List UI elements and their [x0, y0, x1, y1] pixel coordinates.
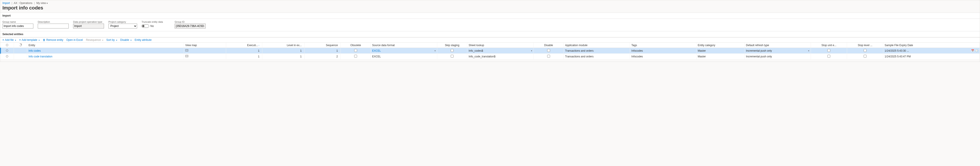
col-level[interactable]: Level in ex...: [262, 43, 304, 48]
cell-sequence[interactable]: 2: [304, 54, 341, 59]
section-entities-header[interactable]: Selected entities: [0, 31, 980, 37]
cell-refresh[interactable]: [14, 48, 27, 54]
plus-icon: +: [2, 38, 4, 42]
cell-disable[interactable]: [533, 48, 564, 54]
cell-select[interactable]: [1, 48, 14, 54]
cell-sequence[interactable]: 1: [304, 48, 341, 54]
cell-level[interactable]: 1: [262, 54, 304, 59]
sort-by-button[interactable]: Sort by: [107, 38, 117, 42]
col-refresh-type[interactable]: Default refresh type: [745, 43, 811, 48]
col-obsolete[interactable]: Obsolete: [340, 43, 371, 48]
checkbox[interactable]: [547, 49, 550, 52]
checkbox[interactable]: [354, 55, 357, 57]
cell-sheet-lookup[interactable]: Info_code_translation$: [467, 54, 533, 59]
add-template-button[interactable]: +Add template: [19, 38, 40, 42]
input-group-name[interactable]: [2, 24, 33, 29]
breadcrumb-ax-operations: AX : Operations: [14, 2, 32, 5]
checkbox[interactable]: [451, 55, 453, 57]
cell-stop-unit[interactable]: [811, 48, 847, 54]
col-view-map[interactable]: View map: [184, 43, 226, 48]
field-group-name: Group name: [2, 21, 33, 29]
checkbox[interactable]: [827, 49, 830, 52]
checkbox[interactable]: [864, 55, 867, 57]
field-group-id: Group ID: [175, 21, 205, 29]
label-group-name: Group name: [2, 21, 33, 23]
checkbox[interactable]: [827, 55, 830, 57]
cell-refresh[interactable]: [14, 54, 27, 59]
col-sample-expiry[interactable]: Sample File Expiry Date: [883, 43, 980, 48]
cell-select[interactable]: [1, 54, 14, 59]
toggle-truncate[interactable]: [142, 24, 149, 28]
chevron-down-icon: [14, 38, 16, 42]
breadcrumb-import-link[interactable]: Import: [2, 2, 10, 5]
col-refresh[interactable]: [14, 43, 27, 48]
entities-toolbar: +Add file +Add template 🗑Remove entity O…: [0, 37, 980, 43]
cell-source-format[interactable]: EXCEL: [371, 54, 437, 59]
section-import-header[interactable]: Import: [0, 13, 980, 19]
chevron-down-icon: [116, 38, 117, 42]
checkbox[interactable]: [864, 49, 867, 52]
cell-app-module: Transactions and orders: [564, 54, 630, 59]
trash-icon: 🗑: [43, 38, 46, 42]
col-app-module[interactable]: Application module: [564, 43, 630, 48]
breadcrumb-my-view[interactable]: My view: [37, 2, 48, 5]
cell-stop-level[interactable]: [847, 54, 883, 59]
col-source-format[interactable]: Source data format: [371, 43, 437, 48]
cell-level[interactable]: 1: [262, 48, 304, 54]
table-row[interactable]: Info codes111EXCELInfo_codes$Transaction…: [1, 48, 980, 54]
map-icon: [185, 54, 188, 57]
cell-entity[interactable]: Info code translation: [27, 54, 184, 59]
plus-icon: +: [19, 38, 21, 42]
checkbox[interactable]: [547, 55, 550, 57]
cell-sheet-lookup[interactable]: Info_codes$: [467, 48, 533, 54]
cell-obsolete[interactable]: [340, 48, 371, 54]
input-description[interactable]: [38, 24, 69, 29]
cell-disable[interactable]: [533, 54, 564, 59]
cell-execution[interactable]: 1: [226, 54, 262, 59]
row-clock-icon[interactable]: 🕒: [975, 49, 978, 52]
cell-stop-level[interactable]: [847, 48, 883, 54]
col-tags[interactable]: Tags: [630, 43, 696, 48]
add-file-button[interactable]: +Add file: [2, 38, 16, 42]
cell-skip-staging[interactable]: [437, 54, 467, 59]
input-group-id[interactable]: [175, 24, 205, 29]
col-select-all[interactable]: [1, 43, 14, 48]
col-sequence[interactable]: Sequence: [304, 43, 341, 48]
cell-sample-expiry[interactable]: 1/24/2025 5:43:30 ...📅🕒: [883, 48, 980, 54]
page: Import | AX : Operations | My view Impor…: [0, 0, 980, 62]
col-skip-staging[interactable]: Skip staging: [437, 43, 467, 48]
cell-execution[interactable]: 1: [226, 48, 262, 54]
cell-refresh-type[interactable]: Incremental push only: [745, 48, 811, 54]
open-in-excel-button[interactable]: Open in Excel: [66, 38, 83, 42]
sort-asc-icon: ↑: [258, 45, 259, 46]
select-project-category[interactable]: Project: [108, 24, 137, 29]
entity-attribute-button[interactable]: Entity attribute: [135, 38, 152, 42]
cell-view-map[interactable]: [184, 54, 226, 59]
cell-entity[interactable]: Info codes: [27, 48, 184, 54]
page-title: Import info codes: [0, 5, 980, 13]
svg-rect-0: [186, 49, 188, 51]
col-disable[interactable]: Disable: [533, 43, 564, 48]
col-stop-level[interactable]: Stop level ...: [847, 43, 883, 48]
cell-refresh-type[interactable]: Incremental push only: [745, 54, 811, 59]
cell-sample-expiry[interactable]: 1/24/2025 5:43:47 PM: [883, 54, 980, 59]
col-entity-category[interactable]: Entity category: [696, 43, 745, 48]
cell-view-map[interactable]: [184, 48, 226, 54]
field-project-category: Project category Project: [108, 21, 137, 29]
disable-button[interactable]: Disable: [120, 38, 132, 42]
input-operation-type[interactable]: [73, 24, 104, 29]
resequence-button[interactable]: Resequence: [86, 38, 103, 42]
col-execution[interactable]: Executi...↑: [226, 43, 262, 48]
checkbox[interactable]: [451, 49, 453, 52]
col-stop-unit[interactable]: Stop unit e...: [811, 43, 847, 48]
table-row[interactable]: Info code translation112EXCELInfo_code_t…: [1, 54, 980, 59]
row-calendar-icon[interactable]: 📅: [971, 49, 974, 52]
checkbox[interactable]: [354, 49, 357, 52]
col-sheet-lookup[interactable]: Sheet lookup: [467, 43, 533, 48]
cell-obsolete[interactable]: [340, 54, 371, 59]
cell-skip-staging[interactable]: [437, 48, 467, 54]
cell-stop-unit[interactable]: [811, 54, 847, 59]
col-entity[interactable]: Entity: [27, 43, 184, 48]
remove-entity-button[interactable]: 🗑Remove entity: [43, 38, 64, 42]
cell-source-format[interactable]: EXCEL: [371, 48, 437, 54]
